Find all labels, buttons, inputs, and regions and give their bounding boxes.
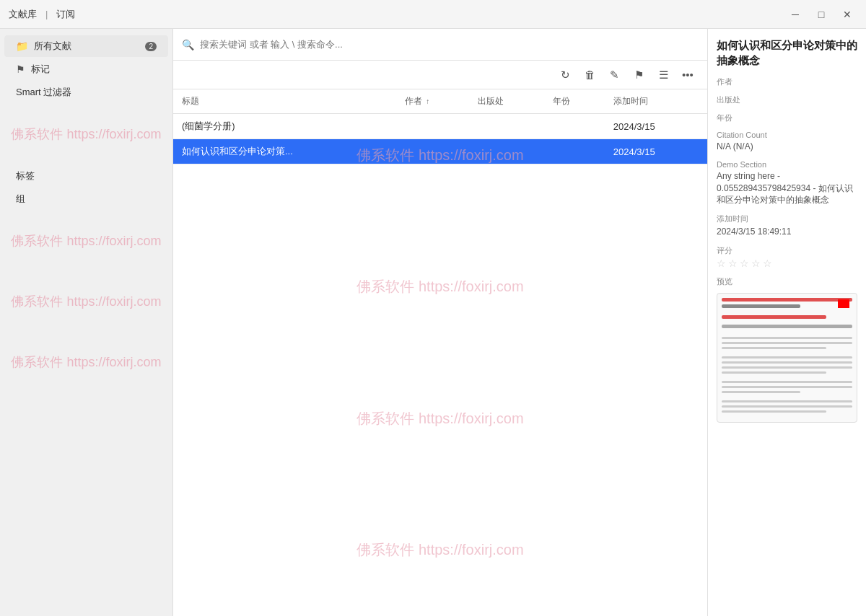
added-time-value: 2024/3/15 18:49:11: [717, 226, 857, 238]
watermark-3: 佛系软件 https://foxirj.com: [357, 409, 523, 428]
sort-asc-icon: ↑: [426, 97, 429, 105]
col-author[interactable]: 作者 ↑: [396, 89, 469, 114]
sidebar-item-all-docs[interactable]: 📁 所有文献 2: [4, 35, 168, 57]
refresh-button[interactable]: ↻: [554, 64, 576, 86]
rating-label: 评分: [717, 245, 857, 256]
col-title[interactable]: 标题: [173, 89, 396, 114]
preview-line-12: [722, 381, 852, 383]
title-bar-left: 文献库 | 订阅: [9, 8, 75, 21]
delete-button[interactable]: 🗑: [579, 64, 600, 86]
flag-button[interactable]: ⚑: [628, 64, 650, 86]
star-2[interactable]: ☆: [728, 258, 738, 269]
minimize-button[interactable]: ─: [785, 4, 805, 25]
preview-line-16: [722, 405, 852, 408]
cell-publisher: [469, 114, 544, 139]
groups-label: 组: [16, 193, 25, 206]
title-bar: 文献库 | 订阅 ─ □ ✕: [0, 0, 866, 29]
star-4[interactable]: ☆: [751, 258, 761, 269]
edit-button[interactable]: ✎: [603, 64, 625, 86]
tags-label: 标签: [16, 170, 35, 182]
all-docs-badge: 2: [145, 42, 157, 51]
year-label: 年份: [717, 113, 857, 123]
sidebar-item-groups[interactable]: 组: [4, 188, 168, 210]
cell-title: 如何认识和区分申论对策...: [173, 139, 396, 164]
main-layout: 📁 所有文献 2 ⚑ 标记 Smart 过滤器 佛系软件 https://fox…: [0, 29, 866, 616]
more-button[interactable]: •••: [677, 64, 699, 86]
watermark-overlay: 佛系软件 https://foxirj.com 佛系软件 https://fox…: [173, 89, 707, 616]
smart-filter-label: Smart 过滤器: [16, 86, 71, 99]
sidebar-item-tags[interactable]: 标签: [4, 165, 168, 187]
added-time-label: 添加时间: [717, 214, 857, 224]
preview-label: 预览: [717, 276, 857, 287]
preview-line-3: [722, 315, 826, 319]
sidebar-watermark-2: 佛系软件 https://foxirj.com: [0, 211, 172, 271]
toolbar: ↻ 🗑 ✎ ⚑ ☰ •••: [173, 61, 707, 89]
demo-section-value: Any string here - 0.055289435798425934 -…: [717, 170, 857, 206]
title-bar-right: ─ □ ✕: [785, 4, 857, 25]
watermark-4: 佛系软件 https://foxirj.com: [357, 540, 523, 560]
preview-line-13: [722, 386, 852, 388]
separator: |: [45, 9, 48, 19]
publisher-label: 出版处: [717, 94, 857, 105]
table-row-selected[interactable]: 如何认识和区分申论对策... 2024/3/15: [173, 139, 707, 164]
detail-panel: 如何认识和区分申论对策中的抽象概念 作者 出版处 年份 Citation Cou…: [707, 29, 866, 616]
col-publisher[interactable]: 出版处: [469, 89, 544, 114]
search-bar: 🔍: [173, 29, 707, 61]
preview-flag-icon: [838, 299, 849, 308]
sidebar-item-marks[interactable]: ⚑ 标记: [4, 58, 168, 80]
maximize-button[interactable]: □: [811, 4, 831, 25]
preview-line-7: [722, 347, 826, 349]
close-button[interactable]: ✕: [837, 4, 857, 25]
preview-document: [717, 294, 857, 422]
preview-line-8: [722, 356, 852, 358]
table-body: (细菌学分册) 2024/3/15 如何认识和区分申论对策... 2024/3/…: [173, 114, 707, 164]
cell-author: [396, 114, 469, 139]
cell-added-time: 2024/3/15: [605, 114, 707, 139]
table-container: 标题 作者 ↑ 出版处 年份 添加时间: [173, 89, 707, 616]
star-1[interactable]: ☆: [717, 258, 726, 269]
preview-line-11: [722, 371, 826, 374]
watermark-2: 佛系软件 https://foxirj.com: [357, 277, 523, 296]
preview-line-6: [722, 342, 852, 344]
filter-button[interactable]: ☰: [652, 64, 674, 86]
sidebar: 📁 所有文献 2 ⚑ 标记 Smart 过滤器 佛系软件 https://fox…: [0, 29, 173, 616]
cell-title: (细菌学分册): [173, 114, 396, 139]
preview-line-17: [722, 410, 826, 413]
preview-line-9: [722, 361, 852, 364]
citation-count-value: N/A (N/A): [717, 141, 857, 153]
sidebar-watermark-4: 佛系软件 https://foxirj.com: [0, 332, 172, 392]
demo-section-label: Demo Section: [717, 160, 857, 169]
folder-icon: 📁: [16, 40, 28, 52]
rating-stars[interactable]: ☆ ☆ ☆ ☆ ☆: [717, 258, 857, 269]
cell-publisher: [469, 139, 544, 164]
table-row[interactable]: (细菌学分册) 2024/3/15: [173, 114, 707, 139]
all-docs-label: 所有文献: [34, 40, 71, 53]
preview-line-5: [722, 337, 852, 339]
subscribe-link[interactable]: 订阅: [56, 8, 75, 21]
content-area: 🔍 ↻ 🗑 ✎ ⚑ ☰ ••• 标题 作者: [173, 29, 707, 616]
preview-line-2: [722, 304, 800, 308]
star-5[interactable]: ☆: [763, 258, 772, 269]
star-3[interactable]: ☆: [740, 258, 749, 269]
preview-line-14: [722, 391, 800, 393]
sidebar-watermark-3: 佛系软件 https://foxirj.com: [0, 271, 172, 332]
marks-label: 标记: [31, 63, 50, 76]
col-year[interactable]: 年份: [544, 89, 604, 114]
author-label: 作者: [717, 76, 857, 87]
cell-author: [396, 139, 469, 164]
documents-table: 标题 作者 ↑ 出版处 年份 添加时间: [173, 89, 707, 164]
detail-title: 如何认识和区分申论对策中的抽象概念: [717, 38, 857, 68]
cell-year: [544, 114, 604, 139]
cell-added-time: 2024/3/15: [605, 139, 707, 164]
table-header: 标题 作者 ↑ 出版处 年份 添加时间: [173, 89, 707, 114]
flag-icon: ⚑: [16, 63, 25, 75]
sidebar-item-smart-filter[interactable]: Smart 过滤器: [4, 82, 168, 103]
col-added-time[interactable]: 添加时间: [605, 89, 707, 114]
search-input[interactable]: [200, 39, 699, 50]
library-link[interactable]: 文献库: [9, 8, 37, 21]
search-icon: 🔍: [182, 39, 194, 50]
preview-line-4: [722, 325, 852, 328]
preview-container: [717, 293, 857, 423]
preview-line-10: [722, 366, 852, 369]
preview-line-1: [722, 298, 852, 302]
